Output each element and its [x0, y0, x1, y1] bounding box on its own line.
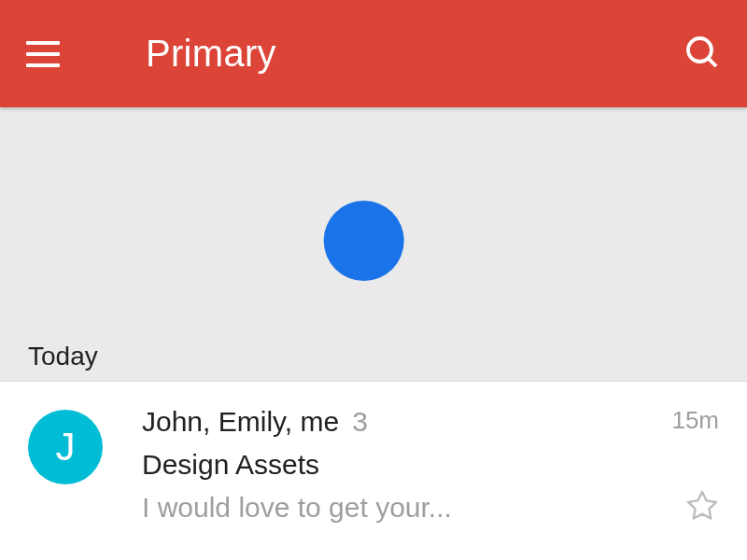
email-content: John, Emily, me 3 Design Assets I would …	[142, 406, 653, 526]
email-time: 15m	[671, 406, 719, 435]
sender-names: John, Emily, me	[142, 406, 339, 438]
svg-line-1	[709, 58, 716, 65]
section-header-today: Today	[28, 342, 98, 371]
page-title: Primary	[146, 33, 276, 75]
svg-marker-2	[688, 492, 716, 519]
sender-line: John, Emily, me 3	[142, 406, 653, 438]
thread-count: 3	[352, 406, 368, 438]
app-toolbar: Primary	[0, 0, 747, 107]
pull-to-refresh-area: Today	[0, 107, 747, 381]
star-icon[interactable]	[685, 489, 719, 526]
loading-spinner-icon	[324, 201, 404, 281]
email-subject: Design Assets	[142, 449, 653, 481]
email-snippet: I would love to get your...	[142, 492, 653, 524]
sender-avatar[interactable]: J	[28, 410, 103, 484]
svg-point-0	[688, 38, 712, 62]
search-icon[interactable]	[684, 34, 721, 75]
hamburger-menu-icon[interactable]	[26, 41, 60, 67]
email-list-item[interactable]: J John, Emily, me 3 Design Assets I woul…	[0, 382, 747, 545]
email-meta: 15m	[671, 406, 719, 526]
